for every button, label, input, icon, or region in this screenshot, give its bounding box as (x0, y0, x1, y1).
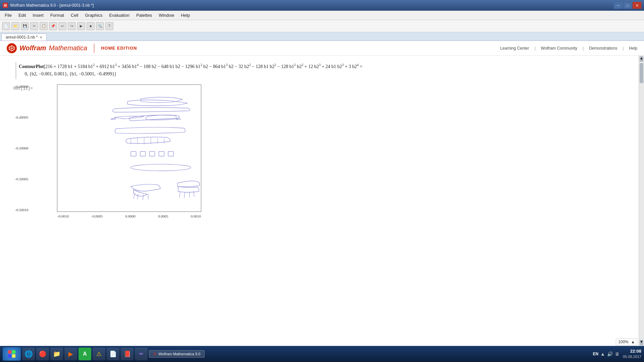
window-title: Wolfram Mathematica 9.0 - [annul-0001-3.… (10, 3, 94, 8)
output-cell: Out[11]= -0.49990 -0.49995 -0.50000 -0.5… (13, 84, 625, 212)
edition-label: HOME EDITION (101, 46, 137, 51)
scroll-down-button[interactable]: ▼ (640, 340, 643, 345)
sep3: | (623, 46, 624, 51)
x-label-1: -0.0005 (91, 214, 103, 218)
menu-window[interactable]: Window (155, 11, 177, 19)
taskbar-icon-play[interactable]: ▶ (64, 348, 77, 360)
taskbar-icon-pdf[interactable]: 📕 (121, 348, 133, 360)
toolbar-zoom[interactable]: 🔍 (96, 22, 104, 30)
contour-plot-svg (57, 85, 201, 212)
wolfram-logo-icon (7, 43, 17, 53)
toolbar-cut[interactable]: ✂ (30, 22, 38, 30)
display-icon: 🖥 (615, 351, 620, 357)
x-axis-labels: -0.0010 -0.0005 0.0000 0.0005 0.0010 (57, 214, 201, 218)
toolbar-new[interactable]: 📄 (2, 22, 10, 30)
menu-cell[interactable]: Cell (67, 11, 82, 19)
taskbar-icon-fire[interactable]: 🔴 (36, 348, 49, 360)
svg-rect-13 (12, 354, 15, 358)
toolbar-open[interactable]: 📁 (11, 22, 19, 30)
app-icon: M (3, 3, 8, 8)
taskbar-icon-ie[interactable]: 🌐 (22, 348, 35, 360)
help-link[interactable]: Help (629, 46, 637, 51)
toolbar: 📄 📁 💾 ✂ 📋 📌 ↩ ↪ ▶ ■ 🔍 ? (0, 20, 644, 32)
menu-evaluation[interactable]: Evaluation (106, 11, 133, 19)
tab-close-button[interactable]: ✕ (40, 36, 42, 39)
scrollbar[interactable]: ▲ ▼ (639, 56, 644, 346)
toolbar-paste[interactable]: 📌 (49, 22, 57, 30)
svg-rect-12 (8, 354, 11, 358)
scroll-up-button[interactable]: ▲ (640, 56, 643, 62)
notebook-tab[interactable]: annul-0001-3.nb * ✕ (1, 34, 47, 41)
zoom-up-icon[interactable]: ▲ (631, 340, 635, 344)
menu-edit[interactable]: Edit (15, 11, 29, 19)
svg-rect-10 (8, 350, 11, 354)
svg-rect-7 (159, 152, 164, 156)
menu-help[interactable]: Help (177, 11, 193, 19)
taskbar-icon-folder[interactable]: 📁 (50, 348, 63, 360)
wolfram-community-link[interactable]: Wolfram Community (541, 46, 577, 51)
taskbar-icon-doc[interactable]: 📄 (107, 348, 119, 360)
y-label-4: -0.50010 (15, 208, 28, 212)
clock-time: 22:08 (623, 348, 641, 354)
function-name: ContourPlot (19, 64, 44, 69)
minimize-button[interactable]: ─ (614, 2, 623, 9)
math-expression: ContourPlot[216 + 1728 b1 + 5184 b12 + 6… (19, 62, 625, 78)
x-label-3: 0.0005 (158, 214, 168, 218)
language-badge: EN (593, 352, 598, 356)
wolfram-text: Wolfram (19, 44, 46, 52)
notebook-area: ContourPlot[216 + 1728 b1 + 5184 b12 + 6… (0, 56, 639, 346)
y-label-0: -0.49990 (15, 84, 28, 88)
sep2: | (583, 46, 584, 51)
zoom-level: 100% (618, 340, 629, 344)
taskbar-right: EN ▲ 🔊 🖥 22:08 05.09.2017 (593, 348, 641, 360)
scrollbar-track (639, 84, 644, 339)
maximize-button[interactable]: □ (623, 2, 632, 9)
y-label-3: -0.50005 (15, 177, 28, 181)
scrollbar-thumb[interactable] (640, 63, 643, 83)
zoom-indicator: 100% ▲ (616, 339, 637, 345)
taskbar-icon-a[interactable]: A (78, 348, 91, 360)
svg-rect-8 (168, 152, 173, 156)
learning-center-link[interactable]: Learning Center (500, 46, 529, 51)
clock-date: 05.09.2017 (623, 354, 641, 359)
toolbar-stop[interactable]: ■ (87, 22, 95, 30)
taskbar: 🌐 🔴 📁 ▶ A ⚠ 📄 📕 ✒ M Wolfram Mathematica … (0, 346, 644, 362)
menu-palettes[interactable]: Palettes (133, 11, 155, 19)
menu-insert[interactable]: Insert (29, 11, 47, 19)
input-cell-content: ContourPlot[216 + 1728 b1 + 5184 b12 + 6… (19, 62, 625, 79)
svg-rect-5 (140, 152, 146, 156)
menu-format[interactable]: Format (47, 11, 67, 19)
toolbar-copy[interactable]: 📋 (40, 22, 48, 30)
wolfram-logo: Wolfram Mathematica HOME EDITION (7, 43, 137, 53)
menu-bar: File Edit Insert Format Cell Graphics Ev… (0, 11, 644, 20)
x-label-2: 0.0000 (125, 214, 136, 218)
plot-wrapper: -0.49990 -0.49995 -0.50000 -0.50005 -0.5… (37, 84, 201, 212)
plot-box[interactable]: -0.0010 -0.0005 0.0000 0.0005 0.0010 (57, 84, 201, 212)
toolbar-undo[interactable]: ↩ (58, 22, 66, 30)
svg-point-9 (131, 164, 191, 171)
taskbar-window-title: Wolfram Mathematica 9.0 (158, 352, 200, 356)
demonstrations-link[interactable]: Demonstrations (589, 46, 617, 51)
taskbar-icon-warn[interactable]: ⚠ (93, 348, 105, 360)
taskbar-icon-pen[interactable]: ✒ (135, 348, 148, 360)
taskbar-active-window[interactable]: M Wolfram Mathematica 9.0 (149, 350, 205, 358)
clock: 22:08 05.09.2017 (623, 348, 641, 360)
network-icon: ▲ (600, 351, 605, 357)
menu-file[interactable]: File (1, 11, 15, 19)
menu-graphics[interactable]: Graphics (82, 11, 106, 19)
wolfram-header: Wolfram Mathematica HOME EDITION Learnin… (0, 41, 644, 56)
toolbar-run[interactable]: ▶ (77, 22, 85, 30)
volume-icon: 🔊 (607, 351, 613, 357)
y-label-2: -0.50000 (15, 146, 28, 150)
main-content: ContourPlot[216 + 1728 b1 + 5184 b12 + 6… (0, 56, 644, 346)
tab-bar: annul-0001-3.nb * ✕ (0, 32, 644, 41)
toolbar-help[interactable]: ? (105, 22, 113, 30)
close-button[interactable]: ✕ (633, 2, 641, 9)
toolbar-save[interactable]: 💾 (21, 22, 29, 30)
svg-rect-4 (131, 152, 136, 156)
toolbar-redo[interactable]: ↪ (68, 22, 76, 30)
svg-rect-6 (150, 152, 155, 156)
x-label-4: 0.0010 (191, 214, 201, 218)
title-bar: M Wolfram Mathematica 9.0 - [annul-0001-… (0, 0, 644, 11)
start-button[interactable] (3, 347, 21, 361)
